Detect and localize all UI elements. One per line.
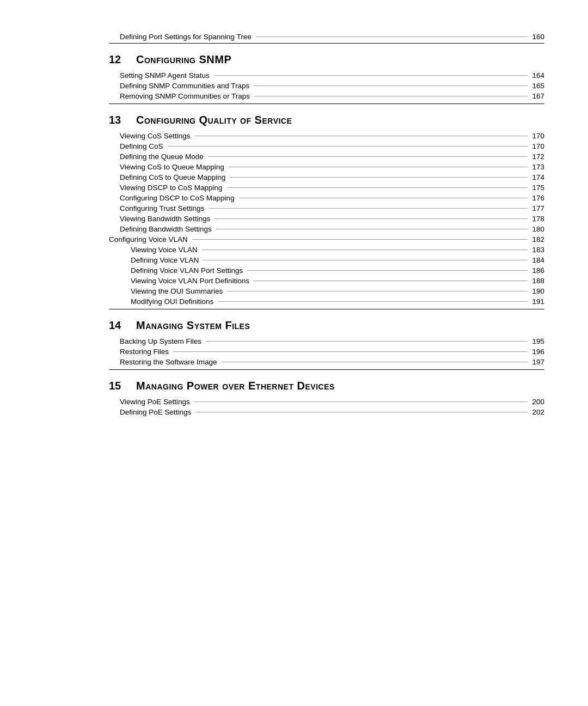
page-num-1-14: 188 — [532, 277, 544, 285]
dots-line-1-5 — [227, 187, 528, 188]
dots-line-1-3 — [229, 167, 528, 167]
entry-title-1-12: Defining Voice VLAN — [131, 256, 199, 264]
chapter-divider-0 — [109, 43, 544, 44]
chapter-header-2: 14Managing System Files — [109, 319, 544, 332]
chapter-num-3: 15 — [109, 380, 136, 392]
chapter-section-1: 13Configuring Quality of ServiceViewing … — [109, 114, 544, 306]
toc-entry-1-11: Viewing Voice VLAN183 — [109, 246, 544, 254]
toc-page: Defining Port Settings for Spanning Tree… — [109, 33, 544, 416]
dots-line-3-1 — [195, 412, 528, 412]
page-num-2-0: 195 — [532, 337, 544, 345]
toc-entry-1-9: Defining Bandwidth Settings180 — [109, 225, 544, 233]
toc-entry-1-8: Viewing Bandwidth Settings178 — [109, 215, 544, 223]
intro-entry-page: 160 — [532, 33, 544, 41]
page-num-0-0: 164 — [532, 71, 544, 80]
toc-entry-3-1: Defining PoE Settings202 — [109, 408, 544, 416]
entry-title-3-1: Defining PoE Settings — [120, 408, 191, 416]
entry-title-2-2: Restoring the Software Image — [120, 358, 217, 366]
toc-entry-1-0: Viewing CoS Settings170 — [109, 132, 544, 140]
toc-entry-1-7: Configuring Trust Settings177 — [109, 204, 544, 212]
chapter-title-0: Configuring SNMP — [136, 53, 231, 66]
entry-title-1-9: Defining Bandwidth Settings — [120, 225, 212, 233]
entry-title-1-13: Defining Voice VLAN Port Settings — [131, 266, 243, 275]
chapter-section-0: 12Configuring SNMPSetting SNMP Agent Sta… — [109, 53, 544, 100]
dots-line-1-0 — [195, 136, 528, 136]
entry-title-0-0: Setting SNMP Agent Status — [120, 71, 210, 80]
toc-entry-1-3: Viewing CoS to Queue Mapping173 — [109, 163, 544, 171]
chapter-header-3: 15Managing Power over Ethernet Devices — [109, 380, 544, 392]
entry-title-1-10: Configuring Voice VLAN — [109, 235, 188, 244]
chapter-divider-3 — [109, 369, 544, 370]
dots-line-1-15 — [227, 291, 528, 291]
entry-title-1-15: Viewing the OUI Summaries — [131, 287, 223, 295]
page-num-1-8: 178 — [532, 215, 544, 223]
chapter-divider-2 — [109, 309, 544, 309]
entry-title-1-4: Defining CoS to Queue Mapping — [120, 173, 225, 181]
page-num-1-4: 174 — [532, 173, 544, 181]
dots-line-2-1 — [173, 351, 528, 352]
toc-entry-0-2: Removing SNMP Communities or Traps167 — [109, 92, 544, 100]
toc-entry-2-2: Restoring the Software Image197 — [109, 358, 544, 366]
dots-line-1-9 — [216, 229, 528, 229]
intro-entry: Defining Port Settings for Spanning Tree… — [109, 33, 544, 41]
dots-line-1-10 — [192, 239, 528, 240]
entry-title-1-11: Viewing Voice VLAN — [131, 246, 198, 254]
toc-entry-1-4: Defining CoS to Queue Mapping174 — [109, 173, 544, 181]
entry-title-1-14: Viewing Voice VLAN Port Definitions — [131, 277, 249, 285]
chapter-num-2: 14 — [109, 319, 136, 332]
toc-entry-1-10: Configuring Voice VLAN182 — [109, 235, 544, 244]
toc-entry-1-15: Viewing the OUI Summaries190 — [109, 287, 544, 295]
page-num-1-16: 191 — [532, 297, 544, 306]
dots-line-1-16 — [218, 301, 528, 302]
page-num-1-11: 183 — [532, 246, 544, 254]
entry-title-1-8: Viewing Bandwidth Settings — [120, 215, 210, 223]
chapter-title-3: Managing Power over Ethernet Devices — [136, 380, 335, 392]
toc-entry-2-1: Restoring Files196 — [109, 348, 544, 356]
page-num-1-9: 180 — [532, 225, 544, 233]
page-num-1-15: 190 — [532, 287, 544, 295]
chapter-title-2: Managing System Files — [136, 319, 250, 332]
chapter-header-1: 13Configuring Quality of Service — [109, 114, 544, 126]
page-num-0-1: 165 — [532, 82, 544, 90]
entry-title-1-0: Viewing CoS Settings — [120, 132, 191, 140]
chapter-title-1: Configuring Quality of Service — [136, 114, 292, 126]
dots-line-1-2 — [208, 156, 528, 157]
dots-line-0-2 — [254, 96, 528, 96]
entry-title-1-2: Defining the Queue Mode — [120, 153, 204, 161]
chapter-divider-1 — [109, 104, 544, 104]
entry-title-1-6: Configuring DSCP to CoS Mapping — [120, 194, 235, 202]
page-num-2-2: 197 — [532, 358, 544, 366]
page-num-3-1: 202 — [532, 408, 544, 416]
toc-entry-1-6: Configuring DSCP to CoS Mapping176 — [109, 194, 544, 202]
page-num-1-3: 173 — [532, 163, 544, 171]
page-num-1-13: 186 — [532, 266, 544, 275]
entry-title-0-1: Defining SNMP Communities and Traps — [120, 82, 249, 90]
dots-line-1-6 — [239, 198, 528, 198]
dots-line-0-0 — [214, 75, 528, 76]
page-num-1-0: 170 — [532, 132, 544, 140]
intro-entry-dots — [256, 36, 528, 37]
dots-line-1-12 — [203, 260, 528, 260]
dots-line-1-14 — [254, 281, 528, 281]
toc-entry-0-1: Defining SNMP Communities and Traps165 — [109, 82, 544, 90]
toc-entry-1-14: Viewing Voice VLAN Port Definitions188 — [109, 277, 544, 285]
toc-entry-1-5: Viewing DSCP to CoS Mapping175 — [109, 184, 544, 192]
page-num-1-2: 172 — [532, 153, 544, 161]
entry-title-1-3: Viewing CoS to Queue Mapping — [120, 163, 224, 171]
page-num-1-5: 175 — [532, 184, 544, 192]
entry-title-3-0: Viewing PoE Settings — [120, 398, 190, 406]
chapter-num-1: 13 — [109, 114, 136, 126]
entry-title-0-2: Removing SNMP Communities or Traps — [120, 92, 250, 100]
dots-line-2-2 — [222, 362, 528, 362]
dots-line-1-7 — [209, 208, 528, 209]
page-num-1-1: 170 — [532, 142, 544, 150]
dots-line-1-8 — [215, 218, 528, 219]
dots-line-0-1 — [254, 86, 528, 86]
dots-line-2-0 — [206, 341, 528, 342]
toc-entry-1-12: Defining Voice VLAN184 — [109, 256, 544, 264]
page-num-0-2: 167 — [532, 92, 544, 100]
page-num-1-12: 184 — [532, 256, 544, 264]
toc-entry-1-1: Defining CoS170 — [109, 142, 544, 150]
entry-title-1-1: Defining CoS — [120, 142, 163, 150]
page-num-1-6: 176 — [532, 194, 544, 202]
